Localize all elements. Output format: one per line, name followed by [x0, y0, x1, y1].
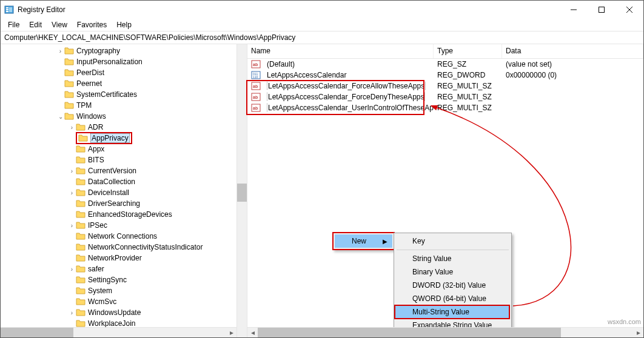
context-item-binary[interactable]: Binary Value [395, 265, 510, 279]
tree-scrollbar-vertical[interactable] [236, 44, 247, 337]
expand-icon[interactable]: › [68, 310, 76, 316]
tree-item[interactable]: InputPersonalization [1, 56, 236, 67]
scroll-right-icon[interactable]: ▸ [226, 328, 236, 337]
list-scrollbar-horizontal[interactable]: ◂ ▸ [247, 327, 643, 337]
close-button[interactable] [615, 1, 643, 19]
tree-item[interactable]: ›safer [1, 263, 236, 274]
tree-item-label: Cryptography [76, 47, 120, 55]
menu-bar: File Edit View Favorites Help [1, 19, 643, 31]
tree-item[interactable]: EnhancedStorageDevices [1, 209, 236, 220]
menu-view[interactable]: View [47, 19, 72, 30]
expand-icon[interactable]: › [68, 168, 76, 174]
context-item-new[interactable]: New ▶ [335, 234, 392, 248]
minimize-button[interactable] [560, 1, 588, 19]
list-hscroll-thumb[interactable] [258, 328, 561, 337]
string-value-icon: ab [251, 103, 261, 113]
tree-item[interactable]: WcmSvc [1, 296, 236, 307]
list-row[interactable]: abLetAppsAccessCalendar_ForceAllowTheseA… [247, 81, 643, 91]
folder-icon [76, 188, 86, 197]
column-type[interactable]: Type [434, 44, 502, 58]
folder-icon [76, 220, 86, 230]
context-item-dword[interactable]: DWORD (32-bit) Value [395, 279, 510, 292]
tree-item[interactable]: NetworkProvider [1, 253, 236, 263]
tree-item[interactable]: System [1, 285, 236, 296]
tree-item[interactable]: SystemCertificates [1, 89, 236, 100]
folder-icon [76, 308, 86, 317]
tree-item[interactable]: ⌄Windows [1, 111, 236, 122]
tree-item[interactable]: ›IPSec [1, 220, 236, 231]
value-name: LetAppsAccessCalendar_ForceDenyTheseApps [263, 93, 434, 101]
address-bar[interactable]: Computer\HKEY_LOCAL_MACHINE\SOFTWARE\Pol… [1, 31, 643, 44]
tree-item[interactable]: Appx [1, 144, 236, 154]
tree-item[interactable]: TPM [1, 100, 236, 111]
expand-icon[interactable]: › [68, 190, 76, 196]
context-item-multi-string[interactable]: Multi-String Value [395, 305, 510, 319]
tree-scroll[interactable]: ›CryptographyInputPersonalizationPeerDis… [1, 44, 236, 337]
regedit-icon [4, 5, 14, 15]
tree-item[interactable]: BITS [1, 154, 236, 165]
folder-icon [64, 90, 74, 99]
tree-item[interactable]: ›DeviceInstall [1, 187, 236, 198]
tree-item[interactable]: AppPrivacy [1, 133, 236, 144]
title-bar: Registry Editor [1, 1, 643, 19]
list-row[interactable]: ab(Default)REG_SZ(value not set) [247, 59, 643, 70]
scroll-left-icon[interactable]: ◂ [247, 328, 258, 337]
list-row[interactable]: abLetAppsAccessCalendar_UserInControlOfT… [247, 102, 643, 113]
tree-item-label: safer [88, 265, 104, 273]
tree-item-label: NetworkProvider [88, 254, 142, 262]
menu-help[interactable]: Help [112, 19, 136, 30]
expand-icon[interactable]: › [68, 222, 76, 229]
expand-icon[interactable]: › [68, 266, 76, 273]
value-name: LetAppsAccessCalendar_UserInControlOfThe… [263, 104, 434, 112]
maximize-button[interactable] [588, 1, 615, 19]
tree-item[interactable]: DriverSearching [1, 198, 236, 209]
tree-item-label: WorkplaceJoin [88, 319, 135, 328]
tree-item[interactable]: ›Cryptography [1, 45, 236, 56]
tree-item[interactable]: ›CurrentVersion [1, 165, 236, 176]
folder-icon [64, 46, 74, 56]
tree-hscroll-thumb[interactable] [1, 328, 73, 337]
context-item-string[interactable]: String Value [395, 252, 510, 265]
label: DWORD (32-bit) Value [412, 281, 486, 290]
tree-item[interactable]: Peernet [1, 78, 236, 89]
menu-favorites[interactable]: Favorites [72, 19, 112, 30]
list-body[interactable]: ab(Default)REG_SZ(value not set)011110Le… [247, 59, 643, 113]
tree-item[interactable]: DataCollection [1, 176, 236, 187]
folder-icon [64, 101, 74, 110]
list-row[interactable]: 011110LetAppsAccessCalendarREG_DWORD0x00… [247, 70, 643, 81]
list-header: Name Type Data [247, 44, 643, 59]
tree-item[interactable]: SettingSync [1, 274, 236, 285]
collapse-icon[interactable]: ⌄ [56, 113, 64, 120]
column-data[interactable]: Data [502, 44, 643, 58]
svg-rect-4 [9, 7, 12, 12]
list-panel: Name Type Data ab(Default)REG_SZ(value n… [247, 44, 643, 337]
column-name[interactable]: Name [247, 44, 434, 58]
context-submenu: Key String Value Binary Value DWORD (32-… [394, 233, 512, 334]
folder-icon [76, 253, 86, 263]
folder-icon [76, 177, 86, 187]
label: String Value [412, 254, 451, 263]
tree-item-label: ADR [88, 123, 103, 131]
tree-item[interactable]: ›ADR [1, 122, 236, 133]
tree-item-label: TPM [76, 101, 92, 110]
list-row[interactable]: abLetAppsAccessCalendar_ForceDenyTheseAp… [247, 91, 643, 102]
value-type: REG_MULTI_SZ [434, 82, 502, 90]
context-item-qword[interactable]: QWORD (64-bit) Value [395, 292, 510, 305]
tree-scrollbar-horizontal[interactable]: ◂ ▸ [1, 327, 236, 337]
tree-item[interactable]: ›WindowsUpdate [1, 307, 236, 318]
menu-edit[interactable]: Edit [24, 19, 47, 30]
tree-item[interactable]: NetworkConnectivityStatusIndicator [1, 242, 236, 253]
expand-icon[interactable]: › [56, 48, 64, 55]
value-type: REG_DWORD [434, 71, 502, 79]
folder-icon [76, 231, 86, 241]
scroll-right-icon[interactable]: ▸ [633, 328, 643, 337]
tree-item-label: NetworkConnectivityStatusIndicator [88, 243, 203, 251]
tree-item[interactable]: Network Connections [1, 231, 236, 242]
tree-item[interactable]: PeerDist [1, 67, 236, 78]
annotation-highlight-selected-key: AppPrivacy [76, 132, 132, 144]
tree-scrollbar-thumb[interactable] [237, 184, 247, 202]
svg-rect-6 [599, 7, 605, 13]
expand-icon[interactable]: › [68, 124, 76, 131]
context-item-key[interactable]: Key [395, 234, 510, 248]
menu-file[interactable]: File [3, 19, 24, 30]
